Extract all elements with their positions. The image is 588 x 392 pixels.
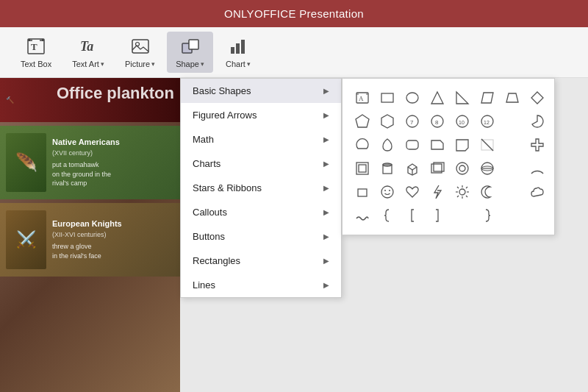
chart-label: Chart [226, 60, 245, 68]
slide-knights-title: European Knights [52, 218, 122, 229]
title-bar: ONLYOFFICE Presentation [0, 0, 588, 27]
shape-heart[interactable] [401, 182, 423, 202]
slide-panel: 🔨 🪶 Native Americans (XVII century) put … [0, 78, 180, 392]
svg-point-8 [135, 43, 139, 46]
shape-picker-panel: A [342, 78, 555, 235]
chart-icon [228, 36, 248, 57]
shape-ellipse[interactable] [401, 88, 423, 108]
dropdown-item-charts[interactable]: Charts ▶ [181, 152, 341, 176]
slide-background: 🔨 🪶 Native Americans (XVII century) put … [0, 78, 180, 392]
shape-trapezoid[interactable] [501, 88, 523, 108]
dropdown-item-rectangles[interactable]: Rectangles ▶ [181, 249, 341, 273]
shape-smiley[interactable] [376, 182, 398, 202]
shape-circle-12[interactable]: 12 [476, 111, 498, 132]
svg-point-58 [459, 189, 465, 195]
svg-marker-23 [481, 93, 493, 103]
shape-frame[interactable] [351, 158, 373, 179]
svg-marker-37 [431, 140, 443, 149]
shape-teardrop[interactable] [376, 135, 398, 155]
text-art-label: Text Art [72, 60, 99, 68]
svg-point-50 [459, 165, 465, 171]
text-box-button[interactable]: T Text Box [12, 32, 60, 73]
dropdown-item-stars-ribbons[interactable]: Stars & Ribbons ▶ [181, 176, 341, 200]
svg-text:12: 12 [484, 120, 490, 125]
svg-point-49 [456, 163, 468, 174]
chart-button[interactable]: Chart ▾ [216, 32, 260, 73]
svg-rect-13 [236, 43, 240, 54]
shape-pie[interactable] [526, 111, 548, 132]
shape-wave[interactable] [351, 205, 373, 226]
shape-icon [180, 36, 201, 57]
svg-marker-26 [356, 115, 369, 127]
shape-snip-corner[interactable] [426, 135, 448, 155]
shape-brace-left[interactable] [376, 205, 398, 226]
svg-rect-36 [406, 140, 418, 149]
picture-button[interactable]: Picture ▾ [116, 32, 164, 73]
shape-small-rect[interactable] [351, 182, 373, 202]
toolbar: T Text Box Ta Text Art ▾ [0, 27, 588, 78]
shape-snip-corner-2[interactable] [451, 135, 473, 155]
shape-dropdown-menu: Basic Shapes ▶ Figured Arrows ▶ Math ▶ C… [180, 78, 342, 298]
shape-circle-7[interactable]: 7 [401, 111, 423, 132]
shape-hexagon[interactable] [376, 111, 398, 132]
arrow-icon: ▶ [323, 87, 329, 95]
shape-rounded-rect[interactable] [401, 135, 423, 155]
slide-title: Office plankton [57, 84, 177, 103]
shape-button[interactable]: Shape ▾ [167, 32, 213, 73]
chart-chevron: ▾ [247, 60, 251, 68]
shape-right-triangle[interactable] [451, 88, 473, 108]
shape-ring[interactable] [451, 158, 473, 179]
svg-text:Ta: Ta [80, 39, 93, 54]
shape-chord[interactable] [351, 135, 373, 155]
svg-rect-19 [381, 93, 393, 102]
dropdown-item-lines[interactable]: Lines ▶ [181, 273, 341, 297]
arrow-icon: ▶ [323, 257, 329, 265]
shape-lightning[interactable] [426, 182, 448, 202]
dropdown-item-buttons[interactable]: Buttons ▶ [181, 224, 341, 249]
svg-text:A: A [359, 95, 364, 102]
dropdown-item-basic-shapes[interactable]: Basic Shapes ▶ [181, 79, 341, 103]
svg-point-55 [381, 186, 393, 198]
shape-rectangle[interactable] [376, 88, 398, 108]
shape-pentagon[interactable] [351, 111, 373, 132]
shape-plus[interactable] [526, 135, 548, 155]
shape-circle-10[interactable]: 10 [451, 111, 473, 132]
shape-label: Shape [176, 60, 199, 68]
arrow-icon: ▶ [323, 281, 329, 289]
shape-triangle[interactable] [426, 88, 448, 108]
shape-bracket-right[interactable] [426, 205, 448, 226]
arrow-icon: ▶ [323, 208, 329, 216]
shape-diagonal[interactable] [476, 135, 498, 155]
shape-parallelogram[interactable] [476, 88, 498, 108]
shape-cylinder[interactable] [376, 158, 398, 179]
shape-crescent[interactable] [476, 182, 498, 202]
dropdown-item-math[interactable]: Math ▶ [181, 127, 341, 152]
svg-text:10: 10 [459, 120, 465, 125]
svg-marker-38 [456, 140, 468, 151]
shape-diamond[interactable] [526, 88, 548, 108]
svg-rect-54 [358, 189, 367, 196]
shape-text-box[interactable]: A [351, 88, 373, 108]
text-art-button[interactable]: Ta Text Art ▾ [63, 32, 113, 73]
slide-knights-text: threw a glovein the rival's face [52, 242, 122, 260]
slide-native-subtitle: (XVII century) [52, 149, 120, 158]
svg-rect-11 [189, 40, 198, 49]
shape-cube[interactable] [401, 158, 423, 179]
text-art-chevron: ▾ [101, 60, 104, 68]
shape-brace-right-outer[interactable] [476, 205, 498, 226]
shape-bracket-left[interactable] [401, 205, 423, 226]
shape-empty-5 [451, 205, 473, 226]
svg-rect-42 [359, 165, 366, 172]
dropdown-item-callouts[interactable]: Callouts ▶ [181, 200, 341, 224]
shape-striped[interactable] [476, 158, 498, 179]
slide-card-3-text: European Knights (XII-XVI centuries) thr… [52, 218, 122, 260]
shape-sun[interactable] [451, 182, 473, 202]
shape-circle-8[interactable]: 8 [426, 111, 448, 132]
shape-cloud[interactable] [526, 182, 548, 202]
arrow-icon: ▶ [323, 160, 329, 168]
svg-point-56 [384, 190, 386, 191]
shape-arc[interactable] [526, 158, 548, 179]
shape-double-rect[interactable] [426, 158, 448, 179]
dropdown-item-figured-arrows[interactable]: Figured Arrows ▶ [181, 103, 341, 127]
picture-label: Picture [125, 60, 150, 68]
